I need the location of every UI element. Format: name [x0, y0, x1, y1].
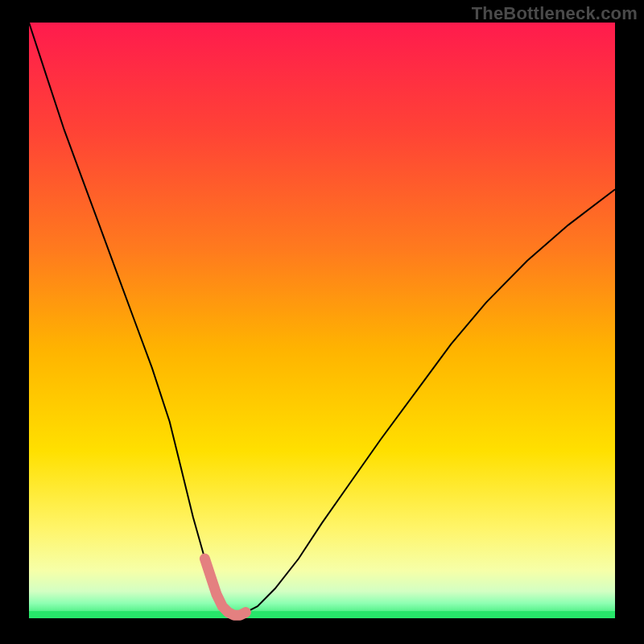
- optimal-band: [29, 611, 615, 618]
- watermark-text: TheBottleneck.com: [472, 3, 638, 24]
- plot-area: [29, 23, 615, 618]
- chart-container: TheBottleneck.com: [0, 0, 644, 644]
- bottleneck-curve-chart: [0, 0, 644, 644]
